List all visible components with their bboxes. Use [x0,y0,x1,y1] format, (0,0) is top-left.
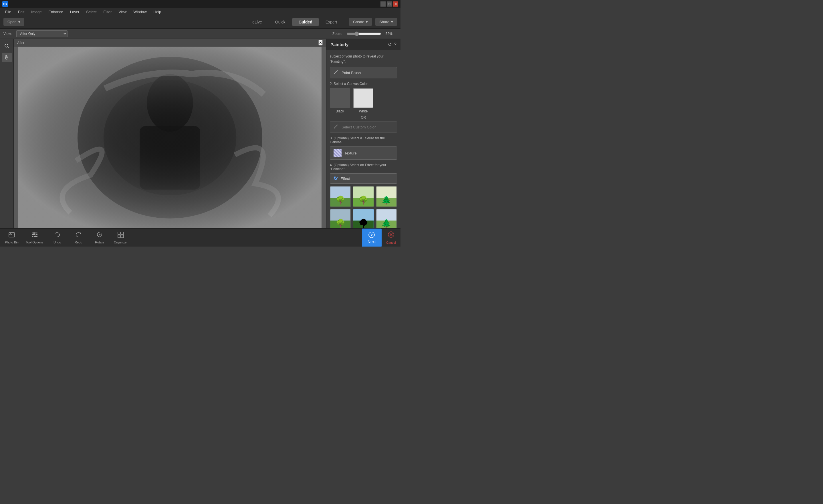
svg-rect-22 [121,235,124,238]
effect-thumb-1[interactable]: 🌳 [330,186,351,207]
minimize-button[interactable]: ─ [380,1,385,7]
svg-rect-15 [32,236,37,237]
effect-thumb-3[interactable]: 🌲 [376,186,397,207]
white-color-swatch[interactable]: White [353,88,373,113]
canvas-header: After ✕ [14,39,326,47]
title-bar: Ps ─ □ ✕ [0,0,400,8]
svg-rect-21 [118,235,121,238]
texture-button[interactable]: Texture [330,146,397,160]
or-divider: OR [330,116,397,120]
menu-enhance[interactable]: Enhance [46,9,66,15]
bottom-bar-right: Next Cancel [362,228,396,247]
svg-rect-20 [121,232,124,234]
tool-options-button[interactable]: Tool Options [26,231,43,244]
open-button[interactable]: Open ▾ [3,18,24,26]
main-area: After ✕ [0,39,400,228]
effect-thumbnails: 🌳 🌳 🌲 🌳 [330,186,397,228]
refresh-button[interactable]: ↺ [388,42,391,47]
organizer-button[interactable]: Organizer [114,231,128,244]
effect-button[interactable]: fx Effect [330,173,397,184]
share-button[interactable]: Share ▾ [375,18,397,26]
step4-title: 4. (Optional) Select an Effect for your … [330,163,397,171]
white-swatch-box[interactable] [353,88,373,108]
effect-thumb-5[interactable]: 🌳 [353,209,374,228]
view-select[interactable]: After Only Before Only Before & After - … [16,30,67,37]
canvas-image [18,47,322,228]
undo-label: Undo [53,240,61,244]
menu-edit[interactable]: Edit [15,9,27,15]
effect-thumb-4[interactable]: 🌳 [330,209,351,228]
share-label: Share [379,20,389,24]
cancel-label: Cancel [386,241,396,244]
custom-color-label: Select Custom Color [342,125,376,129]
intro-text: subject of your photo to reveal your "Pa… [330,54,397,64]
tab-guided[interactable]: Guided [292,18,319,26]
photo-bin-label: Photo Bin [5,240,19,244]
canvas-label: After [17,41,24,45]
effect-thumb-2[interactable]: 🌳 [353,186,374,207]
black-swatch-label: Black [336,109,344,113]
svg-point-16 [33,232,35,233]
rotate-label: Rotate [95,240,104,244]
tab-elive[interactable]: eLive [246,18,268,26]
hand-tool-button[interactable] [2,53,12,62]
view-label: View: [3,32,12,36]
menu-filter[interactable]: Filter [101,9,115,15]
canvas-color-swatches: Black White [330,88,397,113]
open-label: Open [7,20,17,24]
menu-layer[interactable]: Layer [67,9,83,15]
black-swatch-box[interactable] [330,88,350,108]
header-right: Create ▾ Share ▾ [349,18,397,26]
menu-image[interactable]: Image [28,9,44,15]
canvas-close-button[interactable]: ✕ [318,40,323,45]
effect-fx-icon: fx [334,176,338,181]
zoom-value: 52% [385,32,397,36]
svg-rect-11 [9,232,15,237]
menu-select[interactable]: Select [83,9,99,15]
tab-quick[interactable]: Quick [269,18,292,26]
menu-view[interactable]: View [116,9,129,15]
effect-thumb-6[interactable]: 🌲 [376,209,397,228]
effect-label: Effect [340,176,350,181]
menu-help[interactable]: Help [151,9,164,15]
window-controls[interactable]: ─ □ ✕ [380,1,398,7]
custom-color-icon [334,124,339,130]
toolbar: View: After Only Before Only Before & Af… [0,29,400,39]
svg-rect-19 [118,232,121,234]
redo-button[interactable]: Redo [71,231,86,244]
step2-title: 2. Select a Canvas Color. [330,82,397,86]
undo-button[interactable]: Undo [50,231,64,244]
organizer-icon [117,231,124,239]
right-panel: Painterly ↺ ? subject of your photo to r… [326,39,400,228]
create-label: Create [353,20,364,24]
svg-point-17 [35,234,36,235]
create-button[interactable]: Create ▾ [349,18,372,26]
black-color-swatch[interactable]: Black [330,88,350,113]
white-swatch-label: White [359,109,368,113]
cancel-button[interactable]: Cancel [386,231,396,244]
close-window-button[interactable]: ✕ [393,1,398,7]
header: Open ▾ eLive Quick Guided Expert Create … [0,15,400,29]
menu-file[interactable]: File [2,9,14,15]
tool-options-icon [31,231,38,239]
canvas-area: After ✕ [14,39,326,228]
photo-bin-button[interactable]: Photo Bin [5,231,19,244]
redo-label: Redo [75,240,82,244]
maximize-button[interactable]: □ [387,1,392,7]
right-panel-content: subject of your photo to reveal your "Pa… [326,50,400,228]
paint-brush-button[interactable]: Paint Brush [330,67,397,78]
search-tool-button[interactable] [2,41,12,51]
custom-color-button[interactable]: Select Custom Color [330,121,397,133]
help-button[interactable]: ? [394,42,396,47]
tab-expert[interactable]: Expert [319,18,343,26]
mode-tabs: eLive Quick Guided Expert [246,18,343,26]
open-arrow-icon: ▾ [18,20,20,24]
organizer-label: Organizer [114,240,128,244]
rotate-button[interactable]: Rotate [93,231,107,244]
svg-rect-7 [18,47,322,228]
zoom-slider[interactable] [347,31,381,36]
next-button[interactable]: Next [362,228,382,247]
menu-window[interactable]: Window [131,9,149,15]
bottom-bar: Photo Bin Tool Options Undo [0,228,400,246]
tool-options-label: Tool Options [26,240,43,244]
